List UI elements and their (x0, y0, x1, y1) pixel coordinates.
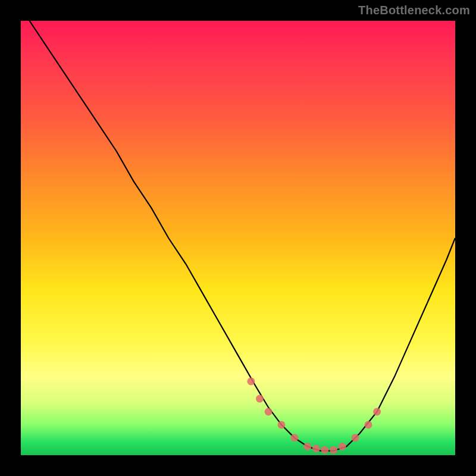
highlight-dot (290, 434, 298, 441)
highlight-dot (312, 445, 320, 453)
curve-path (30, 21, 455, 451)
highlight-dot (373, 408, 381, 416)
highlight-dot (330, 446, 337, 454)
watermark-text: TheBottleneck.com (358, 4, 470, 17)
highlight-dot (256, 395, 264, 403)
highlight-dot (365, 421, 372, 428)
highlight-dot (303, 443, 311, 450)
highlight-dot (321, 446, 329, 454)
highlight-dot (265, 408, 273, 416)
highlight-dot (339, 443, 346, 450)
plot-area (21, 21, 455, 455)
highlight-dot (352, 434, 359, 441)
highlight-dot (278, 421, 286, 428)
highlight-dot (247, 377, 255, 385)
chart-frame: TheBottleneck.com (0, 0, 476, 476)
highlight-dots (247, 377, 381, 453)
bottleneck-curve (21, 21, 455, 455)
